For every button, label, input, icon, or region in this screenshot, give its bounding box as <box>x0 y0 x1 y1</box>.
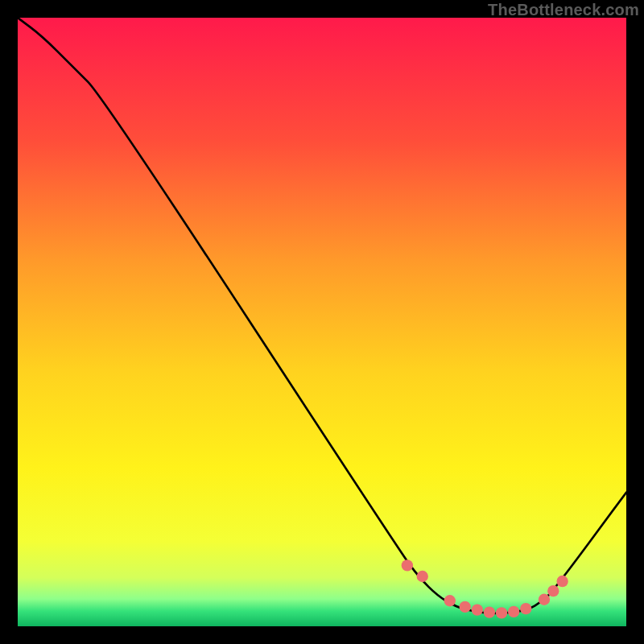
curve-layer <box>18 18 626 626</box>
optimal-marker <box>496 607 507 618</box>
optimal-marker <box>402 559 413 571</box>
optimal-marker <box>444 595 456 606</box>
optimal-marker <box>472 604 483 615</box>
optimal-marker <box>508 606 519 617</box>
optimal-marker <box>547 585 559 597</box>
bottleneck-curve <box>18 18 626 613</box>
chart-frame: TheBottleneck.com <box>0 0 644 644</box>
optimal-marker <box>417 571 428 582</box>
optimal-marker <box>556 576 568 587</box>
plot-area <box>18 18 626 626</box>
optimal-marker <box>539 594 550 605</box>
optimal-marker <box>459 601 470 613</box>
marker-group <box>402 559 568 618</box>
optimal-marker <box>484 606 495 617</box>
attribution-label: TheBottleneck.com <box>488 1 639 19</box>
optimal-marker <box>520 603 531 614</box>
